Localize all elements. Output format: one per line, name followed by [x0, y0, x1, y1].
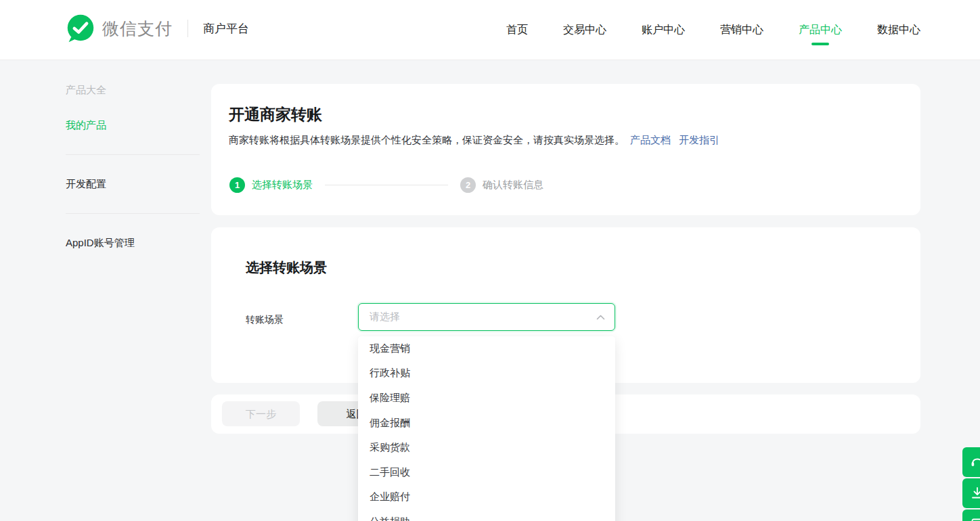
nav-item-products[interactable]: 产品中心 — [799, 0, 842, 60]
top-header: 微信支付 商户平台 首页 交易中心 账户中心 营销中心 产品中心 数据中心 — [0, 0, 980, 60]
transfer-scene-select[interactable]: 请选择 — [358, 303, 615, 331]
select-placeholder: 请选择 — [370, 311, 596, 323]
float-button-stack — [962, 447, 980, 521]
nav-item-account[interactable]: 账户中心 — [642, 0, 685, 60]
step-connector-line — [325, 185, 448, 185]
portal-name: 商户平台 — [203, 21, 249, 37]
nav-item-marketing[interactable]: 营销中心 — [720, 0, 763, 60]
sidebar-item-dev-config[interactable]: 开发配置 — [66, 178, 200, 191]
form-heading: 选择转账场景 — [246, 258, 327, 277]
next-step-button[interactable]: 下一步 — [222, 401, 300, 426]
page-title: 开通商家转账 — [229, 104, 322, 125]
sidebar: 产品大全 我的产品 开发配置 AppID账号管理 — [66, 60, 200, 250]
dev-guide-link[interactable]: 开发指引 — [679, 134, 719, 145]
download-icon — [970, 486, 980, 501]
logo-divider — [187, 20, 188, 37]
customer-service-button[interactable] — [962, 447, 980, 477]
step-2-circle: 2 — [460, 177, 476, 193]
transfer-scene-dropdown: 现金营销 行政补贴 保险理赔 佣金报酬 采购货款 二手回收 企业赔付 公益捐助 — [358, 336, 615, 521]
dropdown-option-enterprise-compensation[interactable]: 企业赔付 — [358, 485, 615, 510]
logo[interactable]: 微信支付 商户平台 — [66, 14, 249, 43]
transfer-scene-label: 转账场景 — [246, 314, 284, 326]
step-indicator: 1 选择转账场景 2 确认转账信息 — [229, 177, 543, 193]
chevron-up-icon — [596, 315, 605, 320]
intro-card: 开通商家转账 商家转账将根据具体转账场景提供个性化安全策略，保证资金安全，请按真… — [211, 84, 920, 215]
nav-item-data[interactable]: 数据中心 — [877, 0, 920, 60]
dropdown-option-secondhand-recycle[interactable]: 二手回收 — [358, 460, 615, 485]
dropdown-option-charity[interactable]: 公益捐助 — [358, 509, 615, 521]
dropdown-option-insurance-claim[interactable]: 保险理赔 — [358, 386, 615, 411]
sidebar-divider — [66, 213, 200, 214]
main-nav: 首页 交易中心 账户中心 营销中心 产品中心 数据中心 — [506, 0, 920, 60]
sidebar-item-my-products[interactable]: 我的产品 — [66, 119, 200, 132]
logo-text: 微信支付 — [102, 18, 173, 40]
product-docs-link[interactable]: 产品文档 — [630, 134, 671, 145]
feedback-button[interactable] — [962, 509, 980, 521]
dropdown-option-cash-marketing[interactable]: 现金营销 — [358, 336, 615, 361]
wechat-pay-icon — [66, 14, 95, 43]
download-button[interactable] — [962, 478, 980, 508]
dropdown-option-procurement[interactable]: 采购货款 — [358, 435, 615, 460]
step-1-label: 选择转账场景 — [252, 179, 313, 191]
intro-description-row: 商家转账将根据具体转账场景提供个性化安全策略，保证资金安全，请按真实场景选择。产… — [229, 134, 719, 147]
step-2-label: 确认转账信息 — [483, 179, 543, 191]
page: 微信支付 商户平台 首页 交易中心 账户中心 营销中心 产品中心 数据中心 产品… — [0, 0, 980, 521]
dropdown-option-commission[interactable]: 佣金报酬 — [358, 411, 615, 436]
sidebar-divider — [66, 154, 200, 155]
nav-item-home[interactable]: 首页 — [506, 0, 528, 60]
sidebar-item-appid-management[interactable]: AppID账号管理 — [66, 237, 200, 250]
intro-description: 商家转账将根据具体转账场景提供个性化安全策略，保证资金安全，请按真实场景选择。 — [229, 134, 625, 145]
step-1-circle: 1 — [229, 177, 245, 193]
headset-icon — [970, 455, 980, 470]
nav-item-transactions[interactable]: 交易中心 — [563, 0, 606, 60]
sidebar-item-all-products[interactable]: 产品大全 — [66, 84, 200, 97]
dropdown-option-admin-subsidy[interactable]: 行政补贴 — [358, 361, 615, 386]
feedback-form-icon — [970, 517, 980, 521]
